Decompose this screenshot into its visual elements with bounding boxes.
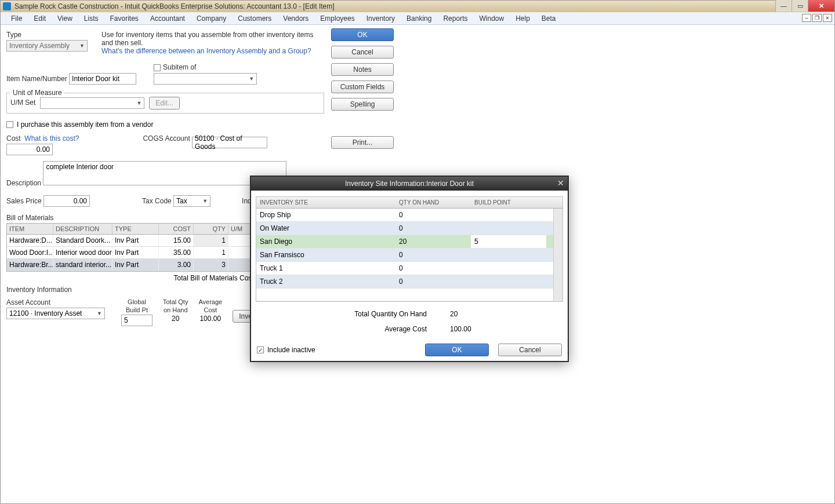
mdi-minimize[interactable]: – [802, 14, 811, 22]
scrollbar[interactable] [553, 209, 562, 301]
avg-cost-value: 100.00 [199, 315, 221, 323]
subitem-select[interactable]: ▼ [154, 73, 257, 85]
menu-reports[interactable]: Reports [437, 12, 473, 24]
site-row-empty[interactable] [256, 288, 562, 301]
uom-label: U/M Set [10, 98, 35, 107]
dialog-title: Inventory Site Information:Interior Door… [345, 180, 474, 188]
include-inactive-label: Include inactive [267, 346, 315, 354]
menu-file[interactable]: File [5, 12, 28, 24]
menu-view[interactable]: View [52, 12, 78, 24]
sales-price-label: Sales Price [6, 197, 42, 205]
uom-legend: Unit of Measure [10, 89, 64, 97]
menu-employees[interactable]: Employees [314, 12, 360, 24]
item-name-label: Item Name/Number [6, 75, 67, 83]
cogs-label: COGS Account [143, 134, 190, 143]
subitem-checkbox[interactable] [154, 64, 161, 71]
menu-lists[interactable]: Lists [78, 12, 104, 24]
dialog-ok-button[interactable]: OK [425, 344, 489, 356]
dialog-close-icon[interactable]: ✕ [557, 178, 564, 188]
inventory-info-label: Inventory Information [6, 286, 72, 294]
bom-col-type: TYPE [112, 224, 159, 234]
dialog-titlebar: Inventory Site Information:Interior Door… [251, 177, 568, 191]
chevron-down-icon: ▼ [249, 76, 254, 82]
menu-banking[interactable]: Banking [401, 12, 437, 24]
cogs-select[interactable]: 50100 · Cost of Goods [192, 137, 267, 148]
bom-col-item: ITEM [7, 224, 53, 234]
bom-row[interactable]: Hardware:D... Standard Doork... Inv Part… [7, 235, 255, 247]
site-col-bp: BUILD POINT [471, 197, 546, 208]
site-row[interactable]: San Diego 20 5 [256, 235, 562, 249]
menu-inventory[interactable]: Inventory [361, 12, 401, 24]
bom-label: Bill of Materials [6, 214, 53, 222]
menu-vendors[interactable]: Vendors [277, 12, 314, 24]
type-help-link[interactable]: What's the difference between an Invento… [101, 47, 322, 55]
asset-account-select[interactable]: 12100 · Inventory Asset▼ [6, 308, 105, 319]
tax-code-label: Tax Code [142, 197, 172, 205]
sales-price-input[interactable] [43, 195, 90, 207]
item-name-input[interactable] [69, 73, 136, 85]
type-value: Inventory Assembly [9, 42, 70, 50]
cost-input[interactable] [6, 144, 53, 155]
uom-edit-button[interactable]: Edit... [149, 97, 180, 109]
type-help-text: Use for inventory items that you assembl… [101, 31, 322, 47]
close-button[interactable]: ✕ [808, 0, 834, 12]
type-label: Type [6, 31, 21, 39]
inventory-site-info-dialog: Inventory Site Information:Interior Door… [250, 176, 569, 362]
site-row[interactable]: Drop Ship 0 [256, 209, 562, 222]
asset-account-label: Asset Account [6, 298, 50, 306]
menu-company[interactable]: Company [191, 12, 232, 24]
menu-favorites[interactable]: Favorites [104, 12, 144, 24]
titlebar: Sample Rock Castle Construction - Intuit… [1, 1, 834, 12]
minimize-button[interactable]: — [775, 0, 792, 12]
uom-select[interactable]: ▼ [40, 97, 144, 109]
menu-window[interactable]: Window [473, 12, 510, 24]
maximize-button[interactable]: ▭ [792, 0, 808, 12]
chevron-down-icon: ▼ [97, 311, 102, 316]
cost-help-link[interactable]: What is this cost? [24, 134, 79, 143]
menu-accountant[interactable]: Accountant [144, 12, 191, 24]
average-cost-label: Average Cost [334, 325, 427, 333]
global-build-pt-input[interactable] [121, 315, 153, 326]
purchase-vendor-label: I purchase this assembly item from a ven… [17, 120, 153, 129]
average-cost-value: 100.00 [450, 325, 485, 333]
site-col-qty: QTY ON HAND [395, 197, 471, 208]
total-qty-on-hand-value: 20 [450, 310, 485, 318]
mdi-restore[interactable]: ❐ [812, 14, 822, 22]
total-qty-on-hand-label: Total Quantity On Hand [334, 310, 427, 318]
cost-label: Cost [6, 134, 21, 143]
app-icon [3, 2, 11, 10]
menu-beta[interactable]: Beta [536, 12, 562, 24]
menu-edit[interactable]: Edit [28, 12, 52, 24]
total-qty-value: 20 [172, 315, 179, 323]
site-row[interactable]: San Fransisco 0 [256, 249, 562, 262]
bom-row[interactable]: Wood Door:I... Interior wood door Inv Pa… [7, 247, 255, 259]
dialog-cancel-button[interactable]: Cancel [498, 344, 562, 356]
site-row[interactable]: Truck 2 0 [256, 275, 562, 288]
bom-row[interactable]: Hardware:Br... standard interior... Inv … [7, 259, 255, 271]
bom-col-desc: DESCRIPTION [53, 224, 112, 234]
site-col-site: INVENTORY SITE [256, 197, 395, 208]
menu-help[interactable]: Help [510, 12, 536, 24]
chevron-down-icon: ▼ [136, 100, 141, 106]
menu-customers[interactable]: Customers [232, 12, 277, 24]
bom-total-label: Total Bill of Materials Cost: [6, 274, 256, 282]
site-row[interactable]: Truck 1 0 [256, 262, 562, 275]
site-table: INVENTORY SITE QTY ON HAND BUILD POINT D… [256, 196, 563, 302]
bom-col-um: U/M [228, 224, 252, 234]
chevron-down-icon: ▼ [202, 198, 208, 204]
bom-col-cost: COST [159, 224, 194, 234]
include-inactive-checkbox[interactable] [257, 346, 264, 353]
bom-table: ITEM DESCRIPTION TYPE COST QTY U/M Hardw… [6, 223, 256, 272]
type-select[interactable]: Inventory Assembly▼ [6, 40, 88, 52]
mdi-close[interactable]: × [823, 14, 832, 22]
site-row[interactable]: On Water 0 [256, 222, 562, 235]
window-title: Sample Rock Castle Construction - Intuit… [14, 2, 335, 10]
purchase-vendor-checkbox[interactable] [6, 121, 13, 128]
subitem-label: Subitem of [163, 63, 196, 71]
bom-col-qty: QTY [194, 224, 228, 234]
description-label: Description [6, 179, 41, 187]
menubar: File Edit View Lists Favorites Accountan… [1, 12, 834, 25]
chevron-down-icon: ▼ [79, 43, 85, 49]
tax-code-select[interactable]: Tax▼ [173, 195, 210, 207]
